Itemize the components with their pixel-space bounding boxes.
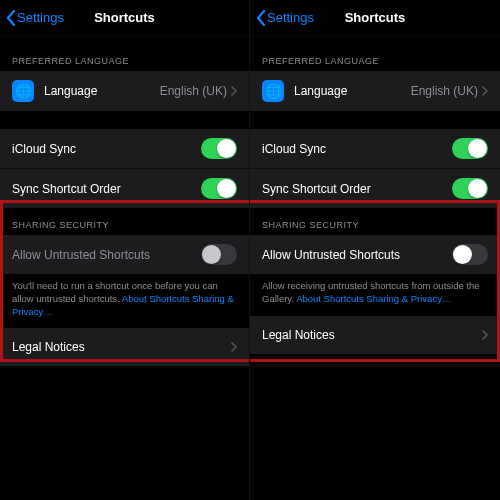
back-label: Settings bbox=[267, 10, 314, 25]
page-title: Shortcuts bbox=[94, 10, 155, 25]
section-header-sharing: SHARING SECURITY bbox=[250, 208, 500, 235]
sharing-footer: You'll need to run a shortcut once befor… bbox=[0, 274, 249, 328]
section-header-language: PREFERRED LANGUAGE bbox=[0, 44, 249, 71]
legal-notices-label: Legal Notices bbox=[12, 340, 231, 354]
row-allow-untrusted[interactable]: Allow Untrusted Shortcuts bbox=[250, 235, 500, 274]
toggle-icloud-sync[interactable] bbox=[201, 138, 237, 159]
row-language[interactable]: 🌐 Language English (UK) bbox=[250, 71, 500, 111]
settings-pane-right: Settings Shortcuts PREFERRED LANGUAGE 🌐 … bbox=[250, 0, 500, 500]
toggle-allow-untrusted[interactable] bbox=[201, 244, 237, 265]
sync-order-label: Sync Shortcut Order bbox=[262, 182, 452, 196]
allow-untrusted-label: Allow Untrusted Shortcuts bbox=[12, 248, 201, 262]
row-legal-notices[interactable]: Legal Notices bbox=[250, 316, 500, 354]
chevron-left-icon bbox=[6, 10, 16, 26]
toggle-sync-order[interactable] bbox=[452, 178, 488, 199]
row-icloud-sync[interactable]: iCloud Sync bbox=[0, 129, 249, 169]
settings-pane-left: Settings Shortcuts PREFERRED LANGUAGE 🌐 … bbox=[0, 0, 250, 500]
page-title: Shortcuts bbox=[345, 10, 406, 25]
icloud-sync-label: iCloud Sync bbox=[262, 142, 452, 156]
row-allow-untrusted[interactable]: Allow Untrusted Shortcuts bbox=[0, 235, 249, 274]
allow-untrusted-label: Allow Untrusted Shortcuts bbox=[262, 248, 452, 262]
chevron-right-icon bbox=[231, 86, 237, 96]
chevron-right-icon bbox=[231, 342, 237, 352]
back-label: Settings bbox=[17, 10, 64, 25]
globe-icon: 🌐 bbox=[12, 80, 34, 102]
toggle-icloud-sync[interactable] bbox=[452, 138, 488, 159]
toggle-sync-order[interactable] bbox=[201, 178, 237, 199]
privacy-link[interactable]: About Shortcuts Sharing & Privacy… bbox=[296, 293, 451, 304]
row-sync-order[interactable]: Sync Shortcut Order bbox=[250, 169, 500, 208]
section-header-language: PREFERRED LANGUAGE bbox=[250, 44, 500, 71]
row-language[interactable]: 🌐 Language English (UK) bbox=[0, 71, 249, 111]
row-legal-notices[interactable]: Legal Notices bbox=[0, 328, 249, 366]
toggle-allow-untrusted[interactable] bbox=[452, 244, 488, 265]
language-value: English (UK) bbox=[411, 84, 478, 98]
globe-icon: 🌐 bbox=[262, 80, 284, 102]
chevron-right-icon bbox=[482, 86, 488, 96]
chevron-left-icon bbox=[256, 10, 266, 26]
navbar: Settings Shortcuts bbox=[250, 0, 500, 36]
row-sync-order[interactable]: Sync Shortcut Order bbox=[0, 169, 249, 208]
section-header-sharing: SHARING SECURITY bbox=[0, 208, 249, 235]
sync-order-label: Sync Shortcut Order bbox=[12, 182, 201, 196]
language-label: Language bbox=[294, 84, 411, 98]
back-button[interactable]: Settings bbox=[256, 0, 314, 35]
language-label: Language bbox=[44, 84, 160, 98]
icloud-sync-label: iCloud Sync bbox=[12, 142, 201, 156]
language-value: English (UK) bbox=[160, 84, 227, 98]
sharing-footer: Allow receiving untrusted shortcuts from… bbox=[250, 274, 500, 316]
chevron-right-icon bbox=[482, 330, 488, 340]
legal-notices-label: Legal Notices bbox=[262, 328, 482, 342]
back-button[interactable]: Settings bbox=[6, 0, 64, 35]
row-icloud-sync[interactable]: iCloud Sync bbox=[250, 129, 500, 169]
navbar: Settings Shortcuts bbox=[0, 0, 249, 36]
